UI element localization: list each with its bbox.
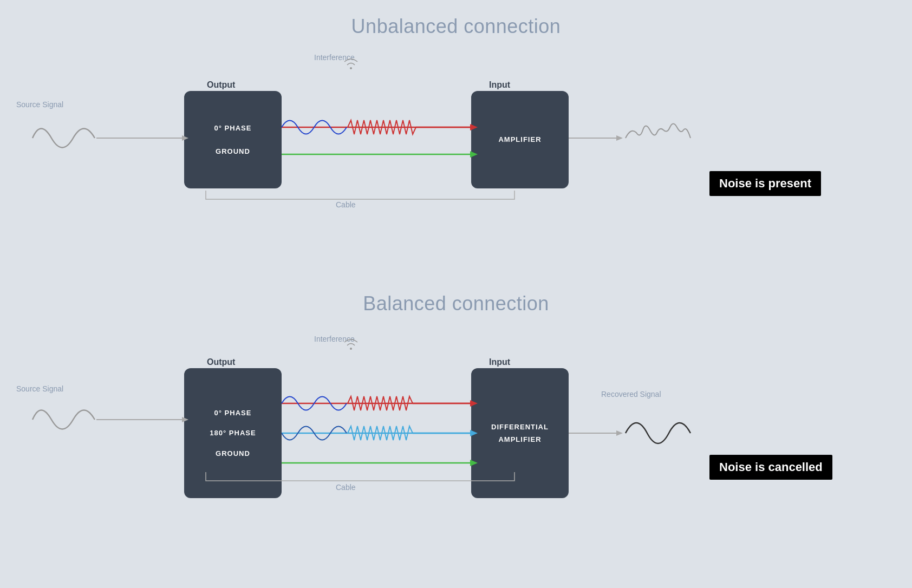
balanced-noise-badge: Noise is cancelled — [709, 455, 832, 480]
balanced-output-line2: 180° PHASE — [210, 427, 256, 439]
balanced-output-line1: 0° PHASE — [214, 407, 252, 419]
svg-point-9 — [350, 67, 352, 69]
balanced-input-line1: DIFFERENTIAL — [491, 421, 549, 433]
balanced-recovered-label: Recovered Signal — [601, 390, 661, 398]
balanced-cable-label: Cable — [336, 483, 356, 492]
svg-point-22 — [350, 348, 352, 350]
unbalanced-output-line2: GROUND — [216, 145, 250, 158]
unbalanced-interference-label: Interference — [314, 53, 355, 62]
unbalanced-input-box: AMPLIFIER — [471, 91, 569, 188]
svg-marker-8 — [616, 135, 623, 141]
unbalanced-cable-label: Cable — [336, 200, 356, 209]
balanced-interference-label: Interference — [314, 335, 355, 343]
balanced-input-label: Input — [489, 357, 510, 367]
balanced-output-box: 0° PHASE 180° PHASE GROUND — [184, 368, 282, 498]
unbalanced-output-line1: 0° PHASE — [214, 122, 252, 134]
balanced-output-label: Output — [207, 357, 235, 367]
unbalanced-output-box: 0° PHASE GROUND — [184, 91, 282, 188]
svg-marker-21 — [616, 430, 623, 436]
balanced-input-box: DIFFERENTIAL AMPLIFIER — [471, 368, 569, 498]
unbalanced-output-label: Output — [207, 80, 235, 90]
balanced-source-label: Source Signal — [16, 384, 63, 393]
balanced-input-line2: AMPLIFIER — [498, 433, 541, 446]
unbalanced-noise-badge: Noise is present — [709, 171, 821, 196]
unbalanced-title: Unbalanced connection — [0, 15, 912, 38]
balanced-output-line3: GROUND — [216, 447, 250, 460]
unbalanced-input-label: Input — [489, 80, 510, 90]
unbalanced-input-line1: AMPLIFIER — [498, 133, 541, 146]
unbalanced-source-label: Source Signal — [16, 100, 63, 109]
diagram-container: Unbalanced connection Output Input Sourc… — [0, 0, 912, 588]
balanced-title: Balanced connection — [0, 292, 912, 315]
